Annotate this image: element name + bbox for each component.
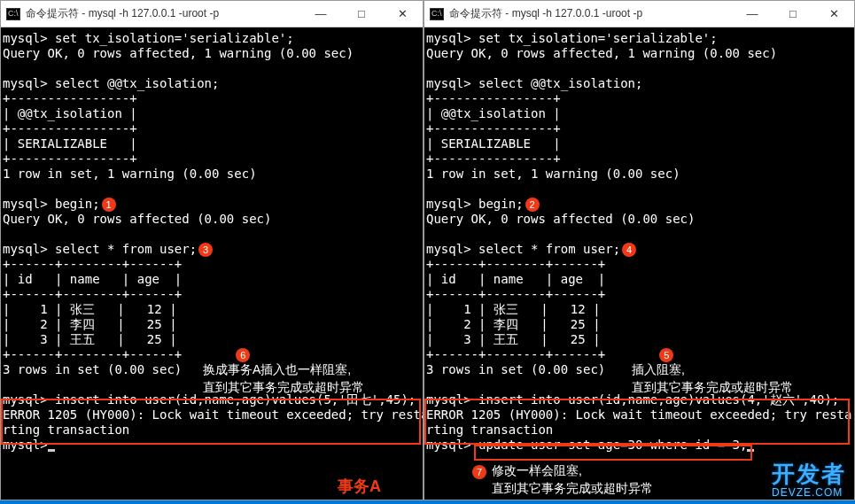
step-1-badge: 1 xyxy=(102,198,116,212)
step-3-badge: 3 xyxy=(198,243,213,257)
cmd-icon: C:\ xyxy=(430,8,444,20)
watermark-subtitle: DEVZE.COM xyxy=(772,486,846,499)
step-7-badge: 7 xyxy=(472,465,486,479)
desktop: C:\ 命令提示符 - mysql -h 127.0.0.1 -uroot -p… xyxy=(0,0,855,504)
cmd-icon: C:\ xyxy=(6,8,20,20)
window-title-right: 命令提示符 - mysql -h 127.0.0.1 -uroot -p xyxy=(449,6,732,21)
transaction-a-label: 事务A xyxy=(338,479,381,494)
watermark-title: 开发者 xyxy=(772,461,846,487)
annotation-6: 换成事务A插入也一样阻塞,直到其它事务完成或超时异常 xyxy=(203,361,364,396)
watermark: 开发者 DEVZE.COM xyxy=(772,459,846,499)
terminal-right[interactable]: mysql> set tx_isolation='serializable'; … xyxy=(424,27,854,500)
minimize-button[interactable]: — xyxy=(732,1,773,27)
cursor-left xyxy=(48,449,55,452)
window-controls-left: — □ ✕ xyxy=(300,1,423,27)
terminal-left[interactable]: mysql> set tx_isolation='serializable'; … xyxy=(1,27,423,500)
step-4-badge: 4 xyxy=(622,243,636,257)
close-button[interactable]: ✕ xyxy=(382,1,423,27)
maximize-button[interactable]: □ xyxy=(341,1,382,27)
cmd-window-right: C:\ 命令提示符 - mysql -h 127.0.0.1 -uroot -p… xyxy=(424,0,855,500)
titlebar-right[interactable]: C:\ 命令提示符 - mysql -h 127.0.0.1 -uroot -p… xyxy=(424,1,854,27)
step-2-badge: 2 xyxy=(525,198,540,212)
cursor-right xyxy=(747,449,754,452)
minimize-button[interactable]: — xyxy=(300,1,341,27)
window-title-left: 命令提示符 - mysql -h 127.0.0.1 -uroot -p xyxy=(26,6,300,21)
cmd-window-left: C:\ 命令提示符 - mysql -h 127.0.0.1 -uroot -p… xyxy=(0,0,424,500)
titlebar-left[interactable]: C:\ 命令提示符 - mysql -h 127.0.0.1 -uroot -p… xyxy=(1,1,423,27)
annotation-7: 修改一样会阻塞,直到其它事务完成或超时异常 xyxy=(492,461,653,497)
maximize-button[interactable]: □ xyxy=(773,1,813,27)
close-button[interactable]: ✕ xyxy=(813,1,854,27)
window-controls-right: — □ ✕ xyxy=(732,1,854,27)
annotation-5: 插入阻塞,直到其它事务完成或超时异常 xyxy=(632,361,793,396)
